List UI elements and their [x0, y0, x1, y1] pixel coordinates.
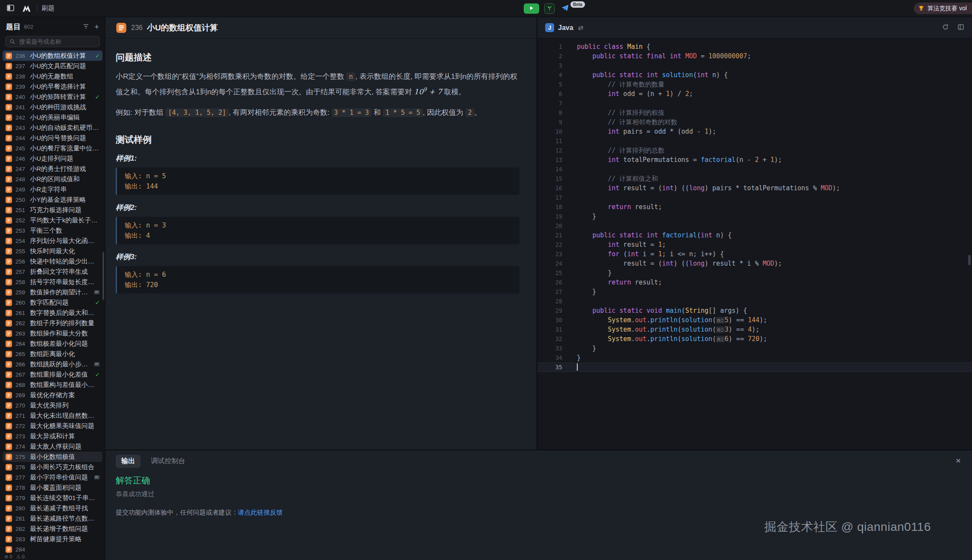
format-button[interactable]	[957, 24, 964, 32]
list-item[interactable]: 265数组距离最小化	[3, 349, 102, 359]
list-item[interactable]: 243小U的自动贩卖机硬币赚取问题	[3, 123, 102, 133]
plant-button[interactable]	[544, 3, 555, 14]
list-item[interactable]: 241小U的种田游戏挑战	[3, 102, 102, 112]
run-button[interactable]	[524, 3, 539, 14]
code-token: 144	[748, 316, 759, 324]
sample-line: 输入: n = 5	[125, 171, 512, 181]
list-item[interactable]: 277最小字符串价值问题	[3, 472, 102, 482]
list-item[interactable]: 282最长递增子数组问题	[3, 524, 102, 534]
list-item[interactable]: 248小R的区间或值和	[3, 174, 102, 184]
line-number: 25	[537, 268, 562, 278]
list-item[interactable]: 249小R走字符串	[3, 184, 102, 195]
problem-icon	[5, 484, 12, 491]
list-item[interactable]: 273最大异或和计算	[3, 431, 102, 441]
list-item[interactable]: 250小Y的基金选择策略	[3, 195, 102, 205]
code-token	[577, 128, 608, 135]
list-item[interactable]: 240小U的矩阵转置计算✓	[3, 92, 102, 102]
code-token: int	[662, 260, 674, 267]
code-token: 6	[725, 335, 729, 343]
list-item[interactable]: 261数字替换后的最大和计算	[3, 308, 102, 318]
problem-number: 251	[15, 207, 27, 213]
list-item[interactable]: 245小U的餐厅客流量中位值计算	[3, 143, 102, 153]
code-token: void	[647, 307, 662, 314]
editor-scrollbar[interactable]	[968, 255, 971, 265]
list-item[interactable]: 247小R的勇士打怪游戏	[3, 164, 102, 174]
sidebar-toggle-button[interactable]	[4, 3, 16, 15]
list-item[interactable]: 269最优化存储方案	[3, 390, 102, 400]
code-line: 12 // 计算排列的总数	[537, 146, 972, 155]
list-item[interactable]: 274最大敌人俘获问题	[3, 441, 102, 452]
list-item[interactable]: 244小U的问号替换问题	[3, 133, 102, 143]
code-text: // 计算排列的总数	[562, 146, 972, 155]
list-item[interactable]: 280最长递减子数组寻找	[3, 503, 102, 513]
warning-count[interactable]: ⚠0	[16, 554, 24, 560]
problem-icon	[5, 52, 12, 60]
code-text: // 计算权值之和	[562, 174, 972, 183]
code-token	[643, 71, 647, 79]
list-item[interactable]: 278最小覆盖面积问题	[3, 482, 102, 493]
list-item[interactable]: 258括号字符串最短长度计算	[3, 277, 102, 287]
code-token	[577, 156, 608, 164]
language-tab[interactable]: Java	[558, 24, 573, 32]
list-item[interactable]: 239小U的早餐选择计算	[3, 81, 102, 92]
line-number: 2	[537, 51, 562, 61]
tab-debug-console[interactable]: 调试控制台	[151, 455, 185, 468]
close-icon[interactable]: ×	[953, 455, 963, 465]
list-item[interactable]: 262数组子序列的排列数量	[3, 318, 102, 328]
code-text: int odd = (n + 1) / 2;	[562, 89, 972, 99]
list-item[interactable]: 260数字匹配问题✓	[3, 297, 102, 308]
code-editor[interactable]: 1public class Main {2 public static fina…	[537, 39, 972, 449]
sidebar-scrollbar[interactable]	[102, 252, 104, 300]
list-item[interactable]: 283树苗健康提升策略	[3, 534, 102, 544]
problem-icon	[5, 464, 12, 471]
list-item[interactable]: 271最大化未出现自然数问题	[3, 410, 102, 421]
refresh-button[interactable]	[942, 24, 949, 32]
list-item[interactable]: 238小U的无趣数组	[3, 71, 102, 81]
add-problem-button[interactable]: +	[94, 23, 99, 31]
list-item[interactable]: 268数组重构与差值最小化问题	[3, 380, 102, 390]
list-item[interactable]: 263数组操作和最大分数	[3, 328, 102, 338]
list-item[interactable]: 264数组极差最小化问题	[3, 338, 102, 349]
list-item[interactable]: 236小U的数组权值计算✓	[3, 51, 102, 61]
problem-icon	[5, 104, 12, 111]
problem-number: 278	[15, 485, 27, 491]
code-token: 1000000007	[708, 52, 747, 60]
list-item[interactable]: 284	[3, 544, 102, 553]
list-item[interactable]: 251巧克力板选择问题	[3, 205, 102, 215]
code-token	[658, 71, 662, 79]
list-item[interactable]: 270最大优美排列	[3, 400, 102, 410]
list-item[interactable]: 281最长递减路径节点数查找	[3, 513, 102, 524]
code-token: String	[685, 307, 708, 314]
sidebar-header: 题目 602 +	[0, 17, 105, 35]
list-item[interactable]: 254序列划分与最大化函数值	[3, 236, 102, 246]
list-item[interactable]: 242小U的美丽串编辑	[3, 112, 102, 123]
swap-language-icon[interactable]: ⇄	[578, 24, 584, 32]
list-item[interactable]: 246小U走排列问题	[3, 153, 102, 164]
search-input[interactable]	[18, 38, 96, 45]
list-item[interactable]: 253平衡三个数	[3, 225, 102, 236]
list-item[interactable]: 275最小化数组极值	[3, 452, 102, 462]
contest-badge[interactable]: 算法竞技赛 vol	[914, 3, 972, 14]
list-item[interactable]: 259数值操作的期望计算问题	[3, 287, 102, 297]
code-token	[577, 326, 608, 333]
telegram-button[interactable]	[560, 3, 570, 14]
code-token: result =	[619, 241, 658, 249]
code-token: (	[712, 326, 716, 333]
list-item[interactable]: 255快乐时间最大化	[3, 246, 102, 256]
panel-splitter[interactable]	[537, 17, 537, 449]
list-item[interactable]: 279最长连续交替01子串问题	[3, 493, 102, 503]
code-line: 8 // 计算排列的权值	[537, 108, 972, 117]
feedback-link[interactable]: 请点此链接反馈	[238, 509, 283, 516]
list-item[interactable]: 257折叠回文字符串生成	[3, 267, 102, 277]
list-item[interactable]: 252平均数大于k的最长子序列	[3, 215, 102, 225]
list-item[interactable]: 266数组跳跃的最小步数问题	[3, 359, 102, 369]
list-item[interactable]: 256快递中转站的最少出车次数	[3, 256, 102, 267]
list-item[interactable]: 272最大化糖果美味值问题	[3, 421, 102, 431]
code-token: =	[697, 52, 708, 60]
list-item[interactable]: 276最小周长巧克力板组合	[3, 462, 102, 472]
list-item[interactable]: 237小U的文具匹配问题	[3, 61, 102, 71]
filter-button[interactable]	[83, 23, 89, 31]
list-item[interactable]: 267数组重排最小化差值✓	[3, 369, 102, 380]
tab-output[interactable]: 输出	[116, 455, 141, 468]
error-count[interactable]: ⊘0	[4, 554, 12, 560]
